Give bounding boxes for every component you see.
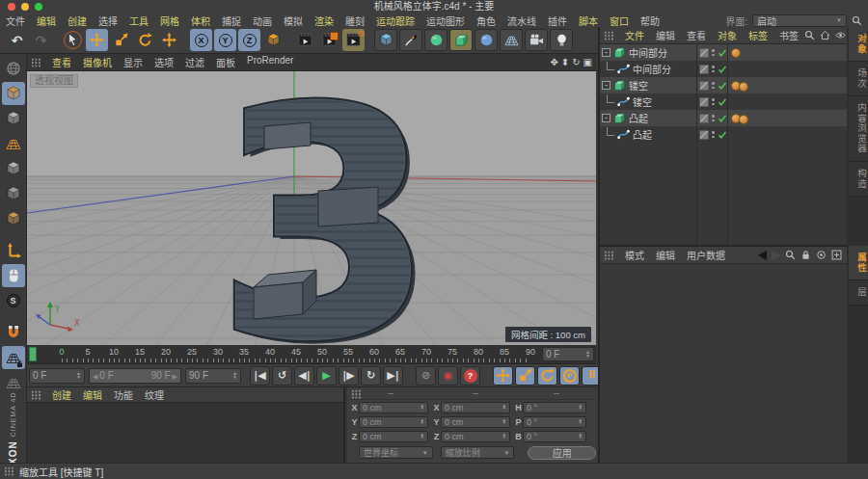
spinner-icon[interactable] [502,419,506,424]
spinner-icon[interactable] [232,372,237,378]
record-off-button[interactable]: ⊘ [416,366,436,386]
soft-selection-button[interactable]: S [2,289,25,312]
current-frame-field[interactable]: 0 F [29,368,85,384]
panel-grip-icon[interactable] [604,251,614,260]
lock-z-axis-button[interactable]: Z [238,29,260,51]
menu-item[interactable]: 创建 [46,387,77,402]
end-frame-field[interactable]: 90 F [185,368,241,384]
zoom-view-icon[interactable]: ⬍ [561,58,569,67]
menu-item[interactable]: 查看 [46,55,77,69]
side-tab[interactable]: 场次 [849,62,868,96]
menu-item[interactable]: 流水线 [502,13,542,28]
apply-button[interactable]: 应用 [528,446,596,460]
polygons-mode-button[interactable] [2,207,25,230]
spinner-icon[interactable] [420,419,424,424]
subdivision-surface-button[interactable] [424,29,448,51]
undo-button[interactable]: ↶ [6,29,28,51]
menu-item[interactable]: 体积 [185,13,216,28]
magnifier-icon[interactable] [785,250,796,260]
menu-item[interactable]: 窗口 [604,13,635,28]
magnifier-icon[interactable] [804,30,815,40]
menu-item[interactable]: 显示 [118,55,149,69]
coord-value-field[interactable]: 0 cm [441,402,510,413]
visibility-dots-icon[interactable] [712,98,715,105]
menu-item[interactable]: 编辑 [650,248,681,262]
menu-item[interactable]: 网格 [154,13,185,28]
uv-edit-mode-button[interactable] [2,132,25,155]
menu-item[interactable]: 编辑 [31,13,62,28]
spinner-icon[interactable] [76,372,81,378]
object-row[interactable]: 凸起 [600,126,847,143]
menu-item[interactable]: 动画 [247,13,278,28]
menu-item[interactable]: 捕捉 [216,13,247,28]
menu-item[interactable]: 文件 [0,13,31,28]
lock-workplane-button[interactable] [2,346,25,369]
pen-spline-button[interactable] [399,29,422,51]
timeline-frame-field[interactable]: 0 F [542,347,594,361]
menu-item[interactable]: 插件 [542,13,573,28]
light-button[interactable] [550,29,573,51]
camera-button[interactable] [525,29,548,51]
spinner-icon[interactable] [420,405,424,410]
deformers-button[interactable] [475,29,498,51]
points-mode-button[interactable] [2,157,25,180]
visibility-dots-icon[interactable] [712,115,715,121]
menu-item[interactable]: 编辑 [77,387,108,402]
search-icon[interactable] [852,15,862,26]
lock-icon[interactable] [800,250,811,260]
render-view-button[interactable] [294,29,316,51]
rotate-view-icon[interactable]: ↻ [572,58,580,67]
visibility-dots-icon[interactable] [712,82,715,89]
menu-item[interactable]: 渲染 [309,13,339,28]
coord-value-field[interactable]: 0 ° [523,431,586,442]
collapse-toggle[interactable] [602,48,610,57]
enabled-check-icon[interactable] [718,130,727,140]
coord-value-field[interactable]: 0 cm [359,402,428,413]
coordinate-system-button[interactable] [262,29,285,51]
layer-toggle[interactable] [699,97,709,107]
timeline-ruler[interactable]: 051015202530354045505560657075808590 0 F [27,345,596,364]
layer-toggle[interactable] [699,81,709,91]
menu-item[interactable]: 功能 [108,387,139,402]
live-selection-button[interactable] [62,29,84,51]
menu-item[interactable]: 面板 [210,55,241,69]
timeline-playhead[interactable] [29,347,37,361]
model-mode-button[interactable] [2,82,25,105]
key-parameter-button[interactable]: P [559,366,580,386]
snap-button[interactable] [2,321,25,344]
goto-end-button[interactable]: ▶| [383,366,403,386]
menu-item[interactable]: 模拟 [278,13,309,28]
coord-value-field[interactable]: 0 cm [359,416,428,428]
forward-icon[interactable] [772,251,780,260]
goto-start-button[interactable]: |◀ [250,366,270,386]
last-used-tool-button[interactable] [158,29,180,51]
object-row[interactable]: 中间部分 [600,61,847,77]
enabled-check-icon[interactable] [718,48,727,58]
side-tab[interactable]: 对象 [849,27,868,62]
lock-y-axis-button[interactable]: Y [214,29,236,51]
coord-value-field[interactable]: 0 ° [523,402,586,413]
viewport-canvas[interactable]: 3 3 3 3 3 Y [27,71,596,345]
render-settings-button[interactable]: ⚙ [342,29,365,51]
spinner-icon[interactable] [579,434,583,439]
spinner-icon[interactable] [502,405,506,410]
home-icon[interactable] [820,30,830,40]
scale-tool-button[interactable] [110,29,132,51]
prev-frame-button[interactable]: ◀| [294,366,314,386]
axis-mode-button[interactable] [2,239,25,262]
make-editable-button[interactable] [2,57,25,80]
frame-range-slider[interactable]: 0 F 90 F [89,368,181,384]
enabled-check-icon[interactable] [718,114,727,123]
play-loop-button[interactable]: ↻ [361,366,381,386]
menu-item[interactable]: 帮助 [635,13,665,28]
collapse-toggle[interactable] [602,81,610,90]
render-region-button[interactable] [318,29,340,51]
plusbox-icon[interactable] [831,250,842,260]
menu-item[interactable]: 选择 [93,13,123,28]
coord-value-field[interactable]: 0 ° [523,416,586,428]
autokey-button[interactable]: ? [460,366,480,386]
menu-item[interactable]: ProRender [241,55,299,69]
menu-item[interactable]: 书签 [773,28,804,42]
menu-item[interactable]: 雕刻 [339,13,370,28]
pan-view-icon[interactable]: ✥ [550,58,557,67]
